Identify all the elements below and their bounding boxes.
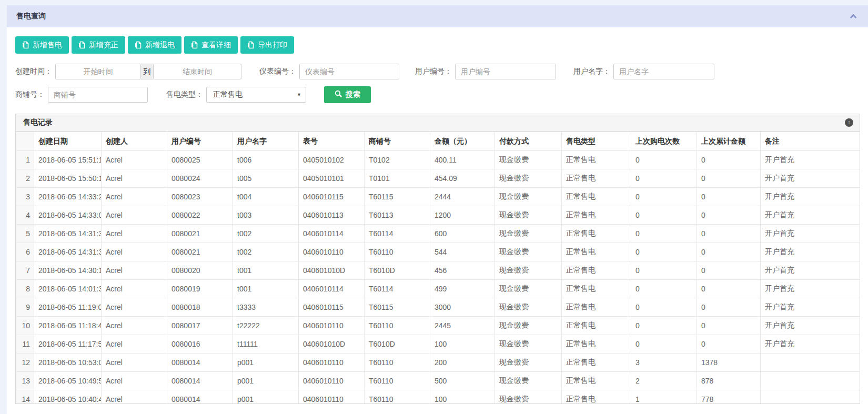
table-cell: 2018-06-05 11:19:0 bbox=[34, 298, 102, 317]
table-cell: 0406010113 bbox=[299, 206, 365, 225]
table-cell: 现金缴费 bbox=[495, 206, 562, 225]
table-row[interactable]: 32018-06-05 14:33:2Acrel0080023t00404060… bbox=[16, 188, 860, 206]
sale-records-panel: 售电记录 ↑ 创建日期 创建人 用户编号 用户名字 表号 商铺号 金额（元 bbox=[15, 114, 860, 404]
panel-title: 售电记录 bbox=[23, 118, 53, 127]
column-header-last-purchase-count: 上次购电次数 bbox=[631, 132, 697, 151]
table-cell: 0080018 bbox=[167, 298, 233, 317]
arrow-up-circle-icon[interactable]: ↑ bbox=[845, 118, 853, 127]
table-row[interactable]: 62018-06-05 14:31:3Acrel0080021t00204060… bbox=[16, 243, 860, 261]
table-cell: p001 bbox=[233, 390, 299, 405]
row-index-cell: 8 bbox=[16, 280, 34, 298]
column-header-index bbox=[16, 132, 34, 151]
column-header-payment-method: 付款方式 bbox=[495, 132, 562, 151]
table-cell: 2018-06-05 10:49:5 bbox=[34, 372, 102, 390]
table-cell: T6010D bbox=[365, 335, 430, 354]
view-detail-button[interactable]: 查看详细 bbox=[184, 36, 238, 54]
column-header-meter-no: 表号 bbox=[299, 132, 365, 151]
end-time-input[interactable] bbox=[153, 64, 241, 79]
user-no-input[interactable] bbox=[455, 64, 556, 79]
table-cell: 开户首充 bbox=[761, 317, 860, 335]
file-copy-icon bbox=[22, 41, 29, 49]
date-range-joiner: 到 bbox=[141, 64, 153, 79]
table-cell: 3 bbox=[631, 354, 697, 372]
table-cell: t002 bbox=[233, 225, 299, 243]
table-cell: 开户首充 bbox=[761, 188, 860, 206]
row-index-cell: 2 bbox=[16, 169, 34, 188]
table-cell: T60115 bbox=[365, 188, 430, 206]
table-cell: 0406010110 bbox=[299, 372, 365, 390]
table-cell: t002 bbox=[233, 243, 299, 261]
row-index-cell: 14 bbox=[16, 390, 34, 405]
table-row[interactable]: 112018-06-05 11:17:5Acrel0080016t1111104… bbox=[16, 335, 860, 354]
table-cell: T0101 bbox=[365, 169, 430, 188]
row-index-cell: 3 bbox=[16, 188, 34, 206]
add-sale-button[interactable]: 新增售电 bbox=[15, 36, 69, 54]
search-button-label: 搜索 bbox=[346, 90, 360, 99]
collapse-chevron-up-icon[interactable] bbox=[850, 14, 857, 21]
meter-no-input[interactable] bbox=[299, 64, 399, 79]
table-row[interactable]: 142018-06-05 10:40:4Acrel0080014p0010406… bbox=[16, 390, 860, 405]
add-refund-button[interactable]: 新增退电 bbox=[128, 36, 181, 54]
table-cell: 2018-06-05 15:51:1 bbox=[34, 151, 102, 169]
table-cell: 开户首充 bbox=[761, 243, 860, 261]
table-cell: 3000 bbox=[430, 298, 495, 317]
table-row[interactable]: 102018-06-05 11:18:4Acrel0080017t2222204… bbox=[16, 317, 860, 335]
table-cell: 0080017 bbox=[167, 317, 233, 335]
table-cell: 0080014 bbox=[167, 372, 233, 390]
table-cell: Acrel bbox=[102, 354, 167, 372]
table-cell: 1378 bbox=[697, 354, 761, 372]
table-cell: t3333 bbox=[233, 298, 299, 317]
table-cell: t003 bbox=[233, 206, 299, 225]
table-cell: 2018-06-05 14:31:3 bbox=[34, 243, 102, 261]
start-time-input[interactable] bbox=[55, 64, 141, 79]
table-cell: 正常售电 bbox=[562, 261, 631, 280]
table-cell: 0080022 bbox=[167, 206, 233, 225]
table-cell: 0 bbox=[697, 335, 761, 354]
table-row[interactable]: 122018-06-05 10:53:0Acrel0080014p0010406… bbox=[16, 354, 860, 372]
table-row[interactable]: 42018-06-05 14:33:0Acrel0080022t00304060… bbox=[16, 206, 860, 225]
table-row[interactable]: 92018-06-05 11:19:0Acrel0080018t33330406… bbox=[16, 298, 860, 317]
table-cell: Acrel bbox=[102, 225, 167, 243]
table-row[interactable]: 52018-06-05 14:31:3Acrel0080021t00204060… bbox=[16, 225, 860, 243]
table-row[interactable]: 132018-06-05 10:49:5Acrel0080014p0010406… bbox=[16, 372, 860, 390]
sale-type-select[interactable]: 正常售电 ▼ bbox=[206, 87, 306, 103]
table-row[interactable]: 72018-06-05 14:30:1Acrel0080020t00104060… bbox=[16, 261, 860, 280]
user-name-input[interactable] bbox=[613, 64, 714, 79]
table-cell: Acrel bbox=[102, 261, 167, 280]
file-copy-icon bbox=[135, 41, 142, 49]
table-cell: 040601010D bbox=[299, 335, 365, 354]
row-index-cell: 12 bbox=[16, 354, 34, 372]
table-cell: Acrel bbox=[102, 298, 167, 317]
add-refund-button-label: 新增退电 bbox=[145, 41, 175, 50]
shop-no-input[interactable] bbox=[48, 87, 148, 103]
table-cell: T60114 bbox=[365, 225, 430, 243]
table-cell: 开户首充 bbox=[761, 206, 860, 225]
export-print-button[interactable]: 导出打印 bbox=[240, 36, 294, 54]
table-cell: 2018-06-05 14:30:1 bbox=[34, 261, 102, 280]
table-cell: 0 bbox=[697, 169, 761, 188]
table-cell: 200 bbox=[430, 354, 495, 372]
table-cell: Acrel bbox=[102, 243, 167, 261]
table-cell: t001 bbox=[233, 261, 299, 280]
table-cell: 778 bbox=[697, 390, 761, 405]
row-index-cell: 7 bbox=[16, 261, 34, 280]
table-header-row: 创建日期 创建人 用户编号 用户名字 表号 商铺号 金额（元） 付款方式 售电类… bbox=[16, 132, 860, 151]
table-row[interactable]: 12018-06-05 15:51:1Acrel0080025t00604050… bbox=[16, 151, 860, 169]
sale-records-table: 创建日期 创建人 用户编号 用户名字 表号 商铺号 金额（元） 付款方式 售电类… bbox=[16, 132, 860, 404]
table-cell: 正常售电 bbox=[562, 206, 631, 225]
column-header-user-no: 用户编号 bbox=[167, 132, 233, 151]
table-cell: T60110 bbox=[365, 354, 430, 372]
table-cell: 正常售电 bbox=[562, 372, 631, 390]
table-cell: 正常售电 bbox=[562, 335, 631, 354]
add-recharge-button[interactable]: 新增充正 bbox=[72, 36, 125, 54]
table-cell: Acrel bbox=[102, 372, 167, 390]
table-row[interactable]: 82018-06-05 14:01:3Acrel0080019t00104060… bbox=[16, 280, 860, 298]
table-cell: 正常售电 bbox=[562, 188, 631, 206]
sale-type-selected-value: 正常售电 bbox=[213, 90, 243, 99]
table-cell: T60110 bbox=[365, 243, 430, 261]
table-row[interactable]: 22018-06-05 15:50:1Acrel0080024t00504050… bbox=[16, 169, 860, 188]
search-button[interactable]: 搜索 bbox=[324, 86, 371, 103]
table-cell: Acrel bbox=[102, 280, 167, 298]
table-cell: 0406010114 bbox=[299, 280, 365, 298]
user-name-label: 用户名字： bbox=[573, 67, 610, 76]
